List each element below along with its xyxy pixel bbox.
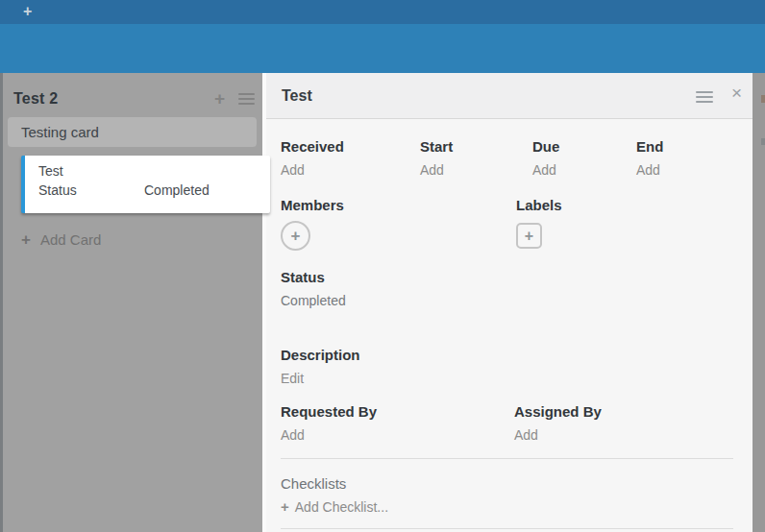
offscreen-element-fragment: [761, 95, 765, 103]
members-section: Members +: [281, 197, 344, 251]
date-end: End Add: [636, 138, 663, 179]
description-label: Description: [281, 347, 360, 363]
members-label: Members: [281, 197, 344, 213]
add-member-button[interactable]: +: [281, 221, 310, 251]
received-add-link[interactable]: Add: [281, 162, 305, 178]
add-checklist-button[interactable]: + Add Checklist...: [281, 499, 388, 515]
status-section: Status Completed: [281, 269, 346, 308]
board-header-bar: [0, 24, 765, 73]
card-composer-text: Testing card: [21, 124, 99, 140]
assigned-by-label: Assigned By: [514, 403, 602, 420]
date-received: Received Add: [281, 138, 420, 179]
navbar-add-board-icon[interactable]: +: [23, 3, 32, 20]
description-edit-link[interactable]: Edit: [281, 371, 304, 386]
panel-header: Test ×: [266, 73, 753, 119]
checklists-label: Checklists: [281, 475, 388, 492]
labels-label: Labels: [516, 197, 562, 213]
plus-icon: +: [281, 499, 289, 515]
list-menu-icon[interactable]: [238, 93, 255, 108]
offscreen-element-fragment: [761, 138, 765, 145]
card-field-label: Status: [38, 182, 144, 198]
add-card-button[interactable]: + Add Card: [21, 231, 101, 248]
checklists-section: Checklists + Add Checklist...: [281, 475, 388, 515]
panel-title: Test: [282, 87, 312, 105]
list-add-icon[interactable]: +: [214, 89, 225, 109]
list-test2: Test 2 + Testing card Test Status Comple…: [3, 73, 262, 532]
top-navbar: +: [0, 0, 765, 24]
due-label: Due: [532, 138, 636, 155]
dates-row: Received Add Start Add Due Add End Add: [281, 138, 663, 179]
requested-by-section: Requested By Add: [281, 403, 514, 444]
due-add-link[interactable]: Add: [532, 162, 556, 178]
assigned-by-add-link[interactable]: Add: [514, 427, 538, 443]
plus-icon: +: [21, 231, 31, 248]
add-label-button[interactable]: +: [516, 223, 542, 249]
add-card-label: Add Card: [40, 231, 101, 248]
end-label: End: [636, 138, 663, 155]
received-label: Received: [281, 138, 420, 155]
assigned-by-section: Assigned By Add: [514, 403, 602, 444]
panel-menu-icon[interactable]: [696, 91, 713, 106]
card-composer[interactable]: Testing card: [8, 117, 257, 147]
list-title: Test 2: [13, 90, 58, 108]
close-icon[interactable]: ×: [731, 84, 742, 103]
start-add-link[interactable]: Add: [420, 162, 444, 178]
requested-assigned-row: Requested By Add Assigned By Add: [281, 403, 602, 444]
status-label: Status: [281, 269, 346, 285]
requested-by-add-link[interactable]: Add: [281, 427, 305, 443]
selected-card[interactable]: Test Status Completed: [21, 156, 270, 213]
requested-by-label: Requested By: [281, 403, 514, 420]
labels-section: Labels +: [516, 197, 562, 249]
card-custom-field: Status Completed: [38, 182, 210, 198]
section-divider: [281, 528, 733, 529]
description-section: Description Edit: [281, 347, 360, 387]
card-title: Test: [38, 163, 63, 179]
date-due: Due Add: [532, 138, 636, 179]
section-divider: [281, 458, 733, 459]
card-field-value: Completed: [144, 182, 210, 198]
card-detail-panel: Test × Received Add Start Add Due Add En…: [266, 73, 753, 532]
end-add-link[interactable]: Add: [636, 162, 660, 178]
start-label: Start: [420, 138, 532, 155]
add-checklist-label: Add Checklist...: [295, 499, 388, 515]
status-value[interactable]: Completed: [281, 293, 346, 308]
date-start: Start Add: [420, 138, 532, 179]
